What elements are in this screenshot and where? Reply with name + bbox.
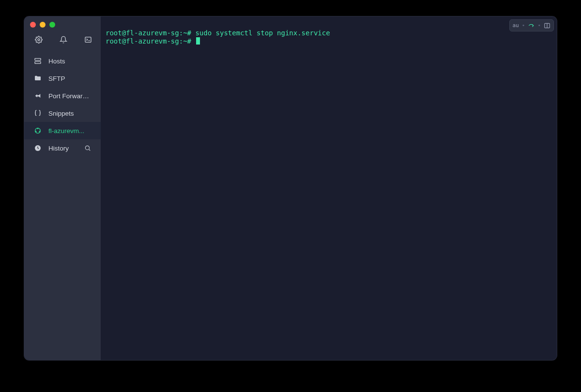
folder-icon	[34, 75, 42, 82]
sidebar-nav: Hosts SFTP Port Forwarding Snippets fl-a…	[24, 52, 101, 157]
sidebar-item-history[interactable]: History	[24, 139, 101, 157]
maximize-window-button[interactable]	[49, 22, 55, 28]
braces-icon	[34, 109, 42, 117]
ubuntu-icon	[34, 127, 42, 135]
split-pane-icon[interactable]	[544, 22, 550, 29]
terminal-cursor	[196, 37, 200, 45]
terminal-line: root@fl-azurevm-sg:~#	[106, 37, 552, 45]
sidebar-item-snippets[interactable]: Snippets	[24, 105, 101, 122]
search-icon[interactable]	[84, 145, 91, 151]
svg-rect-2	[35, 59, 41, 60]
forward-icon	[34, 92, 42, 100]
terminal-pane[interactable]: au • • root@fl-azurevm-sg:~# sudo system…	[101, 16, 557, 360]
server-icon	[34, 57, 42, 65]
svg-line-12	[89, 150, 91, 151]
sidebar-item-label: Hosts	[48, 58, 91, 65]
terminal-line: root@fl-azurevm-sg:~# sudo systemctl sto…	[106, 29, 552, 37]
sidebar: Hosts SFTP Port Forwarding Snippets fl-a…	[24, 16, 101, 360]
share-icon[interactable]	[528, 22, 535, 29]
svg-point-0	[38, 39, 40, 41]
svg-point-8	[39, 131, 40, 132]
sidebar-item-sftp[interactable]: SFTP	[24, 70, 101, 87]
sidebar-item-label: fl-azurevm...	[48, 127, 91, 135]
sidebar-item-label: Port Forwarding	[48, 92, 91, 100]
sidebar-item-label: Snippets	[48, 110, 91, 117]
svg-rect-3	[35, 61, 41, 63]
sidebar-item-label: History	[48, 145, 77, 152]
window-controls	[24, 20, 101, 32]
minimize-window-button[interactable]	[40, 22, 46, 28]
sidebar-item-label: SFTP	[48, 75, 91, 82]
sidebar-item-port-forwarding[interactable]: Port Forwarding	[24, 87, 101, 105]
svg-point-9	[35, 131, 36, 132]
svg-point-7	[37, 128, 38, 129]
gear-icon[interactable]	[35, 36, 43, 45]
terminal-icon[interactable]	[84, 36, 92, 45]
sidebar-item-hosts[interactable]: Hosts	[24, 52, 101, 70]
clock-icon	[34, 144, 42, 152]
bell-icon[interactable]	[60, 36, 67, 45]
toolbar-label[interactable]: au	[513, 21, 519, 30]
svg-point-11	[85, 146, 89, 150]
terminal-toolbar: au • •	[509, 19, 554, 31]
svg-rect-1	[85, 37, 91, 43]
close-window-button[interactable]	[30, 22, 36, 28]
sidebar-item-session[interactable]: fl-azurevm...	[24, 122, 101, 139]
app-window: Hosts SFTP Port Forwarding Snippets fl-a…	[24, 16, 557, 360]
sidebar-top-icons	[24, 32, 101, 52]
